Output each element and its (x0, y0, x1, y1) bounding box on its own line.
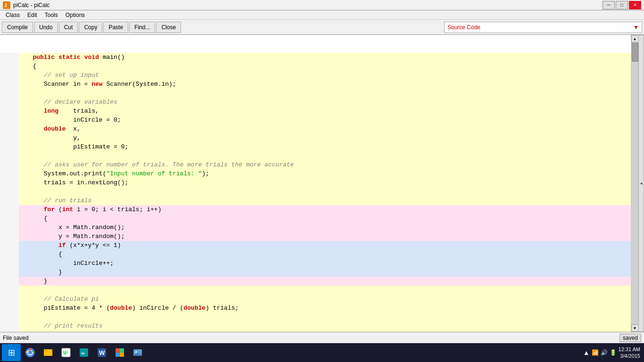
menu-options[interactable]: Options (62, 10, 89, 20)
close-editor-button[interactable]: Close (156, 22, 181, 33)
code-line: // declare variables (0, 98, 631, 107)
scroll-thumb[interactable] (632, 43, 638, 62)
start-button[interactable]: ⊞ (2, 344, 21, 361)
code-line: double x, (0, 124, 631, 133)
code-token: } (22, 278, 48, 285)
line-number (0, 259, 19, 268)
taskbar-chrome-icon[interactable] (22, 344, 39, 361)
line-content: { (19, 250, 631, 259)
system-time[interactable]: 12:31 AM 3/4/2015 (619, 346, 640, 360)
taskbar-arduino-icon[interactable]: ∞ (75, 344, 92, 361)
code-line: y, (0, 133, 631, 142)
line-number (0, 268, 19, 277)
restore-button[interactable]: □ (616, 1, 628, 9)
code-token (22, 242, 58, 249)
menu-edit[interactable]: Edit (24, 10, 41, 20)
code-line (0, 286, 631, 295)
svg-rect-14 (120, 348, 124, 353)
wifi-icon[interactable]: 📶 (592, 349, 599, 356)
vertical-scrollbar[interactable]: ▲ ▼ (631, 35, 638, 332)
code-token (22, 197, 44, 204)
line-number (0, 250, 19, 259)
line-content: inCircle++; (19, 259, 631, 268)
code-token: Scanner(System.in); (103, 81, 176, 88)
code-token (22, 107, 44, 115)
line-number (0, 232, 19, 241)
code-line: System.out.print("Input number of trials… (0, 169, 631, 178)
cut-button[interactable]: Cut (59, 22, 78, 33)
minimize-button[interactable]: ─ (603, 1, 615, 9)
code-token: "Input number of trials: " (106, 170, 202, 177)
code-token: ( (55, 206, 62, 213)
editor-wrapper: public static void main() { // set up in… (0, 35, 638, 332)
line-number (0, 223, 19, 232)
code-token: double (110, 304, 132, 312)
code-token: trials, (58, 107, 99, 115)
taskbar-inkscape-icon[interactable]: Ψ (58, 344, 74, 361)
code-container[interactable]: public static void main() { // set up in… (0, 35, 631, 332)
line-number (0, 286, 19, 295)
code-token (22, 322, 44, 329)
undo-button[interactable]: Undo (34, 22, 58, 33)
window-controls: ─ □ ✕ (603, 1, 641, 9)
code-line: Scanner in = new Scanner(System.in); (0, 80, 631, 89)
code-line: // set up input (0, 71, 631, 80)
battery-icon[interactable]: 🔋 (610, 349, 617, 356)
collapse-panel-arrow[interactable]: ◄ (638, 35, 644, 332)
line-number (0, 142, 19, 151)
find-button[interactable]: Find... (129, 22, 155, 33)
line-content: // Calculate pi (19, 295, 631, 304)
svg-text:W: W (99, 349, 105, 356)
code-line: piEstimate = 4 * (double) inCircle / (do… (0, 304, 631, 313)
menu-tools[interactable]: Tools (41, 10, 62, 20)
code-token: System.out.println( (22, 331, 114, 332)
close-button[interactable]: ✕ (629, 1, 641, 9)
code-line: } (0, 277, 631, 286)
code-token: inCircle = 0; (22, 116, 121, 123)
line-content: System.out.println("Pi is approximately:… (19, 330, 631, 332)
code-token: piEstimate = 0; (22, 143, 128, 150)
menu-class[interactable]: Class (2, 10, 24, 20)
scroll-down-arrow[interactable]: ▼ (631, 324, 639, 332)
taskbar-files-icon[interactable] (40, 344, 57, 361)
paste-button[interactable]: Paste (103, 22, 128, 33)
copy-button[interactable]: Copy (79, 22, 102, 33)
code-token: new (91, 81, 102, 88)
svg-rect-16 (120, 353, 124, 357)
line-content (19, 187, 631, 196)
line-number (0, 71, 19, 80)
taskbar-word-icon[interactable]: W (93, 344, 110, 361)
line-content: double x, (19, 124, 631, 133)
line-number (0, 160, 19, 169)
source-code-label: Source Code (447, 24, 480, 31)
code-token: double (44, 125, 66, 132)
volume-icon[interactable]: 🔊 (601, 349, 608, 356)
code-line: // run trials (0, 196, 631, 205)
network-icon[interactable]: ▲ (583, 349, 590, 356)
code-line: } (0, 268, 631, 277)
svg-rect-6 (44, 350, 48, 351)
code-token: // set up input (44, 72, 99, 79)
line-content (19, 151, 631, 160)
line-number (0, 124, 19, 133)
taskbar-shape-icon[interactable] (111, 344, 128, 361)
code-line: { (0, 62, 631, 71)
code-token: // asks user for number of trials. The m… (44, 161, 294, 168)
line-number (0, 53, 19, 62)
code-line: { (0, 214, 631, 223)
line-number (0, 205, 19, 214)
code-line (0, 313, 631, 321)
compile-button[interactable]: Compile (2, 22, 33, 33)
line-content: // run trials (19, 196, 631, 205)
line-content: // declare variables (19, 98, 631, 107)
line-content: long trials, (19, 107, 631, 115)
scroll-up-arrow[interactable]: ▲ (631, 35, 639, 42)
code-line: inCircle = 0; (0, 115, 631, 124)
line-number (0, 313, 19, 321)
line-content (19, 89, 631, 98)
source-code-dropdown[interactable]: Source Code ▼ (444, 22, 642, 33)
scroll-track[interactable] (631, 42, 639, 324)
taskbar-photo-icon[interactable] (129, 344, 146, 361)
file-saved-text: File saved (3, 335, 29, 341)
code-line: { (0, 250, 631, 259)
